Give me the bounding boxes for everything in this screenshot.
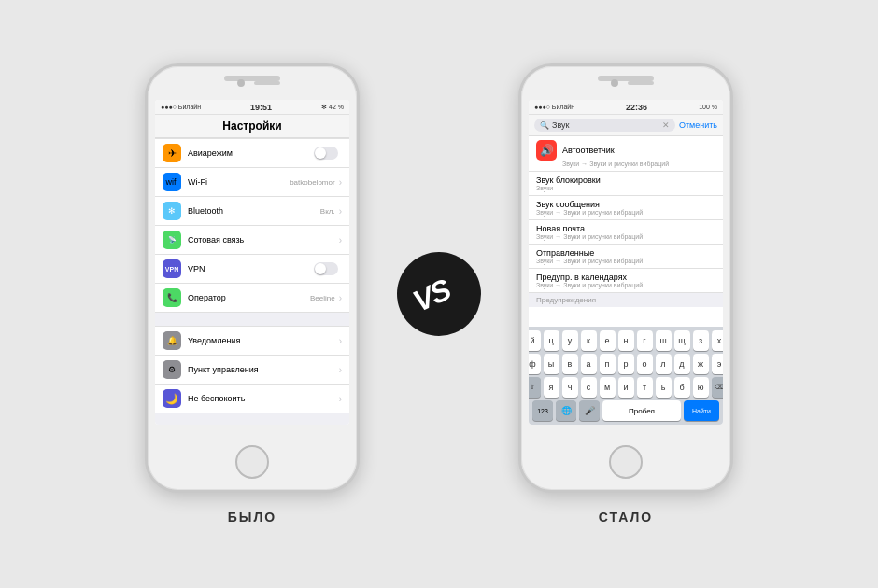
result-sub-0: Звуки → Звуки и рисунки вибраций — [562, 161, 715, 167]
key-т[interactable]: т — [637, 377, 653, 398]
search-clear-icon[interactable]: ✕ — [662, 120, 670, 130]
left-home-button[interactable] — [235, 445, 269, 479]
vpn-icon: VPN — [163, 259, 181, 278]
notifications-label: Уведомления — [188, 336, 339, 345]
kb-row-1: й ц у к е н г ш щ з х — [531, 330, 721, 351]
main-container: ●●●○ Билайн 19:51 ✻ 42 % Настройки — [0, 0, 878, 588]
section-network: ✈ Авиарежим wifi Wi-Fi batkobelomor › — [155, 138, 349, 313]
keyboard: й ц у к е н г ш щ з х ф — [529, 327, 723, 425]
key-space[interactable]: Пробел — [602, 400, 681, 421]
key-и[interactable]: и — [618, 377, 634, 398]
operator-icon: 📞 — [163, 288, 181, 307]
result-sub-3: Звуки → Звуки и рисунки вибраций — [536, 233, 715, 240]
left-time: 19:51 — [250, 103, 272, 112]
result-title-4: Отправленные — [536, 248, 594, 258]
control-label: Пункт управления — [188, 365, 339, 374]
vs-circle: VS — [397, 252, 481, 336]
key-з[interactable]: з — [693, 330, 709, 351]
key-ь[interactable]: ь — [656, 377, 672, 398]
key-н[interactable]: н — [618, 330, 634, 351]
settings-item-bluetooth[interactable]: ✻ Bluetooth Вкл. › — [155, 197, 349, 226]
result-item-5[interactable]: Предупр. в календарях Звуки → Звуки и ри… — [529, 269, 723, 293]
section-system: 🔔 Уведомления › ⚙ Пункт управления › — [155, 326, 349, 413]
camera-right — [611, 79, 618, 87]
result-main-3: Новая почта — [536, 224, 715, 233]
key-э[interactable]: э — [712, 354, 724, 374]
key-ц[interactable]: ц — [544, 330, 559, 351]
result-title-3: Новая почта — [536, 224, 585, 233]
key-о[interactable]: о — [637, 354, 653, 374]
settings-item-vpn[interactable]: VPN VPN — [155, 255, 349, 284]
search-value: Звук — [552, 120, 569, 130]
key-б[interactable]: б — [674, 377, 690, 398]
key-с[interactable]: с — [581, 377, 597, 398]
wifi-icon: wifi — [163, 173, 181, 191]
key-num[interactable]: 123 — [532, 400, 553, 421]
key-backspace[interactable]: ⌫ — [712, 377, 724, 398]
right-label: СТАЛО — [599, 510, 653, 525]
settings-item-notifications[interactable]: 🔔 Уведомления › — [155, 326, 349, 356]
key-п[interactable]: п — [600, 354, 616, 374]
result-item-1[interactable]: Звук блокировки Звуки — [529, 172, 723, 196]
left-carrier: ●●●○ Билайн — [161, 104, 201, 110]
airplane-toggle[interactable] — [314, 147, 338, 160]
key-х[interactable]: х — [712, 330, 724, 351]
key-ш[interactable]: ш — [656, 330, 672, 351]
cancel-button[interactable]: Отменить — [679, 120, 717, 130]
settings-item-airplane[interactable]: ✈ Авиарежим — [155, 138, 349, 168]
speaker-left — [254, 81, 280, 85]
key-а[interactable]: а — [581, 354, 597, 374]
result-item-4[interactable]: Отправленные Звуки → Звуки и рисунки виб… — [529, 245, 723, 269]
result-sub-2: Звуки → Звуки и рисунки вибраций — [536, 209, 715, 216]
key-ф[interactable]: ф — [529, 354, 541, 374]
key-й[interactable]: й — [529, 330, 541, 351]
key-shift[interactable]: ⇧ — [529, 377, 541, 398]
key-е[interactable]: е — [600, 330, 616, 351]
result-item-3[interactable]: Новая почта Звуки → Звуки и рисунки вибр… — [529, 220, 723, 245]
left-navbar: Настройки — [155, 115, 349, 138]
key-return[interactable]: Найти — [684, 400, 719, 421]
key-я[interactable]: я — [544, 377, 559, 398]
search-input-field[interactable]: 🔍 Звук ✕ — [534, 119, 675, 132]
key-ю[interactable]: ю — [693, 377, 709, 398]
settings-item-control[interactable]: ⚙ Пункт управления › — [155, 356, 349, 385]
airplane-label: Авиарежим — [188, 148, 314, 158]
key-щ[interactable]: щ — [674, 330, 690, 351]
key-mic[interactable]: 🎤 — [579, 400, 600, 421]
result-main-2: Звук сообщения — [536, 200, 715, 209]
result-icon-0: 🔊 — [536, 140, 557, 161]
key-м[interactable]: м — [600, 377, 616, 398]
settings-item-dnd[interactable]: 🌙 Не беспокоить › — [155, 385, 349, 413]
result-item-0[interactable]: 🔊 Автоответчик Звуки → Звуки и рисунки в… — [529, 136, 723, 172]
result-title-5: Предупр. в календарях — [536, 273, 627, 282]
key-к[interactable]: к — [581, 330, 597, 351]
camera-left — [237, 79, 245, 87]
key-в[interactable]: в — [562, 354, 578, 374]
right-screen: ●●●○ Билайн 22:36 100 % 🔍 Звук ✕ Отменит… — [529, 100, 723, 425]
key-г[interactable]: г — [637, 330, 653, 351]
result-item-2[interactable]: Звук сообщения Звуки → Звуки и рисунки в… — [529, 196, 723, 220]
left-screen: ●●●○ Билайн 19:51 ✻ 42 % Настройки — [155, 100, 349, 425]
settings-item-cellular[interactable]: 📡 Сотовая связь › — [155, 226, 349, 255]
key-ы[interactable]: ы — [544, 354, 559, 374]
kb-row-2: ф ы в а п р о л д ж э — [531, 354, 721, 374]
right-status-bar: ●●●○ Билайн 22:36 100 % — [529, 100, 723, 115]
dnd-label: Не беспокоить — [188, 394, 339, 403]
key-ч[interactable]: ч — [562, 377, 578, 398]
vpn-toggle[interactable] — [314, 262, 338, 275]
bluetooth-detail: Вкл. — [320, 207, 335, 216]
key-globe[interactable]: 🌐 — [556, 400, 576, 421]
settings-item-operator[interactable]: 📞 Оператор Beeline › — [155, 284, 349, 313]
settings-item-wifi[interactable]: wifi Wi-Fi batkobelomor › — [155, 168, 349, 197]
left-status-bar: ●●●○ Билайн 19:51 ✻ 42 % — [155, 100, 349, 115]
left-phone: ●●●○ Билайн 19:51 ✻ 42 % Настройки — [145, 63, 360, 493]
key-д[interactable]: д — [674, 354, 690, 374]
airplane-icon: ✈ — [163, 144, 181, 162]
key-у[interactable]: у — [562, 330, 578, 351]
operator-label: Оператор — [188, 293, 310, 302]
key-р[interactable]: р — [618, 354, 634, 374]
wifi-label: Wi-Fi — [188, 177, 290, 187]
key-ж[interactable]: ж — [693, 354, 709, 374]
right-home-button[interactable] — [609, 445, 643, 479]
key-л[interactable]: л — [656, 354, 672, 374]
